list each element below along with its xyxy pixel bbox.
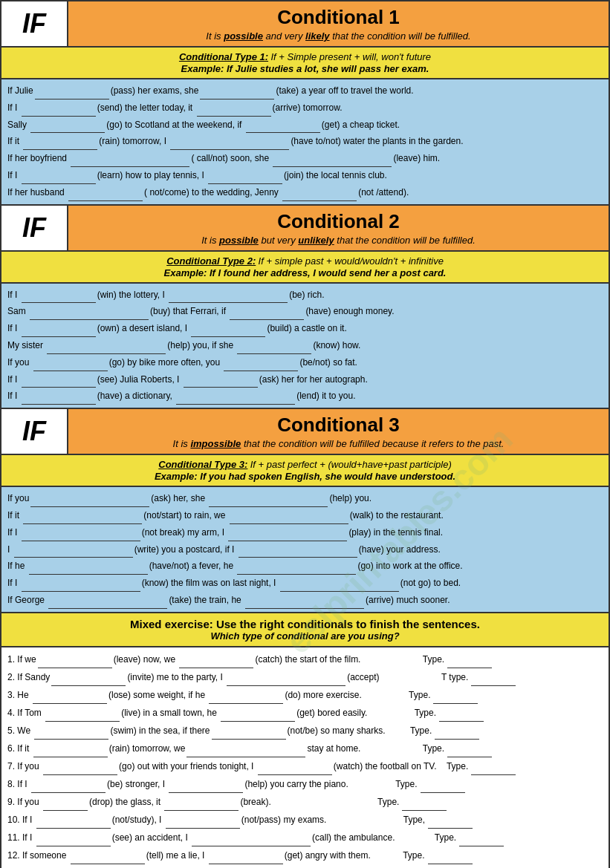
blank [36,818,111,829]
ex1-line4: If it (rain) tomorrow, I (have to/not) w… [7,133,603,150]
conditional1-subtitle: It is possible and very likely that the … [206,30,470,42]
blank [197,106,271,117]
type-row-1: Conditional Type 1: If + Simple present … [1,48,609,79]
blank [166,818,240,829]
mixed-line5: 5. We (swim) in the sea, if there(not/be… [7,722,603,740]
blank [212,729,286,740]
blank [14,547,133,558]
subtitle-bold1-3: impossible [190,438,241,449]
type-example-2: Example: If I found her address, I would… [9,267,601,278]
blank [209,854,283,864]
ex1-line1: If Julie(pass) her exams, she(take) a ye… [7,82,603,99]
conditional2-title: Conditional 2 [277,210,400,233]
blank [169,293,288,303]
blank [280,581,399,592]
conditional3-header: IF Conditional 3 It is impossible that t… [1,409,609,455]
blank [43,765,117,775]
type-formula-1: Conditional Type 1: If + Simple present … [9,51,601,62]
conditional2-subtitle: It is possible but very unlikely that th… [201,235,476,246]
blank [237,564,356,575]
subtitle-bold2-2: unlikely [298,235,334,246]
blank [71,157,189,167]
if-label-3: IF [22,416,46,447]
ex1-line5: If her boyfriend ( call/not) soon, she (… [7,150,603,167]
blank [230,310,304,320]
blank [237,344,311,354]
blank [169,783,243,793]
blank [179,658,253,668]
blank [48,598,167,609]
blank [22,293,96,303]
mixed-line4: 4. If Tom (live) in a small town, he (ge… [7,704,603,722]
if-box-2: IF [1,206,68,250]
blank [71,854,145,864]
blank [29,564,148,575]
subtitle-bold1-1: possible [224,30,263,42]
blank [230,514,348,524]
subtitle-pre-3: It is [173,438,191,449]
blank [200,89,274,99]
blank [282,191,357,201]
title-box-2: Conditional 2 It is possible but very un… [68,206,609,250]
blank [33,694,107,704]
blank [447,747,492,757]
subtitle-bold2-1: likely [305,30,330,42]
blank [22,174,96,184]
ex2-line4: My sister (help) you, if she (know) how. [7,337,603,354]
mixed-exercise-section: 1. If we(leave) now, we (catch) the star… [1,647,609,868]
subtitle-post-1: that the condition will be fulfilled. [330,30,471,42]
blank [258,765,332,775]
blank [224,361,298,371]
blank [459,836,504,846]
blank [51,676,126,686]
blank [239,547,357,558]
blank [273,157,392,167]
blank [22,377,96,388]
title-box-3: Conditional 3 It is impossible that the … [68,409,609,454]
blank [23,140,97,150]
blank [208,174,282,184]
blank [471,676,516,686]
ex3-line1: If you(ask) her, she (help) you. [7,490,603,507]
blank [428,818,473,829]
ex3-line2: If it (not/start) to rain, we (walk) to … [7,507,603,524]
ex1-line2: If I (send) the letter today, it (arrive… [7,99,603,117]
subtitle-post-3: that the condition will be fulfilled bec… [241,438,504,449]
type-example-1: Example: If Julie studies a lot, she wil… [9,63,601,74]
conditional3-subtitle: It is impossible that the condition will… [173,438,504,449]
blank [68,191,143,201]
ex3-line4: I (write) you a postcard, if I (have) yo… [7,541,603,558]
title-box-1: Conditional 1 It is possible and very li… [68,1,609,46]
blank [45,711,120,722]
blank [47,344,166,354]
ex1-line7: If her husband ( not/come) to the weddin… [7,184,603,201]
type-formula-2: Conditional Type 2: If + simple past + w… [9,255,601,267]
if-label-1: IF [22,8,46,39]
mixed-line7: 7. If you (go) out with your friends ton… [7,757,603,775]
ex2-line6: If I (see) Julia Roberts, I (ask) her fo… [7,371,603,388]
blank [176,394,295,405]
blank [38,658,112,668]
mixed-line8: 8. If I (be) stronger, I (help) you carr… [7,775,603,793]
conditional2-exercises: If I (win) the lottery, I (be) rich. Sam… [1,284,609,410]
blank [227,676,345,686]
blank [428,854,473,864]
if-label-2: IF [22,212,46,244]
subtitle-mid-1: and very [263,30,305,42]
blank [447,658,492,668]
blank [31,783,106,793]
conditional3-exercises: If you(ask) her, she (help) you. If it (… [1,487,609,613]
blank [402,800,447,811]
mixed-line1: 1. If we(leave) now, we (catch) the star… [7,650,603,668]
ex2-line7: If I (have) a dictionary, (lend) it to y… [7,388,603,405]
type-row-2: Conditional Type 2: If + simple past + w… [1,252,609,284]
mixed-line9: 9. If you (drop) the glass, it (break). … [7,793,603,811]
subtitle-pre-2: It is [201,235,219,246]
blank [22,531,140,541]
blank [439,711,484,722]
ex1-line3: Sally (go) to Scotland at the weekend, i… [7,117,603,134]
blank [33,747,108,757]
blank [22,327,96,337]
if-box-3: IF [1,409,68,454]
conditional1-exercises: If Julie(pass) her exams, she(take) a ye… [1,79,609,206]
